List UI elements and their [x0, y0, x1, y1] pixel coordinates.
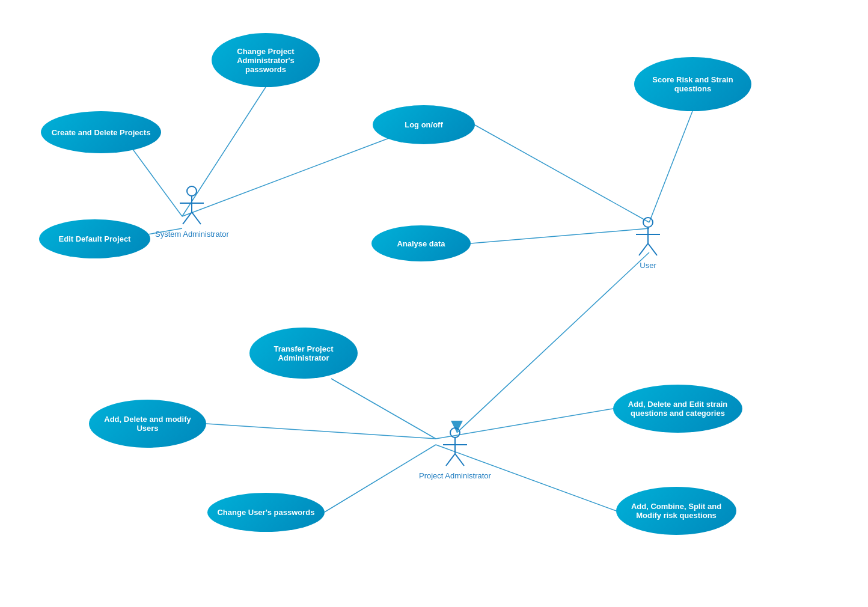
ellipse-change-user-passwords: Change User's passwords [207, 493, 325, 532]
diagram-container: Change Project Administrator's passwords… [0, 0, 868, 607]
ellipse-create-delete-projects: Create and Delete Projects [41, 111, 161, 153]
svg-line-27 [446, 454, 455, 466]
user-icon [633, 216, 663, 258]
actor-project-admin: Project Administrator [419, 427, 491, 480]
project-admin-icon [440, 427, 470, 469]
svg-point-14 [187, 186, 197, 196]
project-admin-label: Project Administrator [419, 471, 491, 480]
ellipse-add-delete-edit-strain: Add, Delete and Edit strain questions an… [613, 385, 742, 433]
svg-line-28 [455, 454, 464, 466]
ellipse-edit-default-project: Edit Default Project [39, 219, 150, 258]
actor-user: User [633, 216, 663, 270]
system-admin-label: System Administrator [155, 230, 229, 239]
ellipse-add-combine-split-modify: Add, Combine, Split and Modify risk ques… [616, 487, 736, 535]
ellipse-log-on-off: Log on/off [373, 105, 475, 144]
svg-line-6 [471, 228, 649, 243]
ellipse-change-passwords: Change Project Administrator's passwords [212, 33, 320, 87]
svg-line-5 [649, 111, 692, 222]
svg-line-18 [192, 212, 201, 224]
ellipse-add-delete-modify-users: Add, Delete and modify Users [89, 400, 206, 448]
ellipse-analyse-data: Analyse data [371, 225, 471, 261]
ellipse-score-risk-strain: Score Risk and Strain questions [634, 57, 751, 111]
svg-line-8 [206, 424, 436, 439]
svg-point-19 [643, 218, 653, 227]
actor-system-admin: System Administrator [155, 185, 229, 239]
svg-line-23 [648, 243, 657, 255]
user-label: User [640, 261, 656, 270]
svg-line-4 [475, 125, 649, 222]
svg-point-24 [450, 428, 460, 438]
ellipse-transfer-project-admin: Transfer Project Administrator [249, 328, 358, 379]
system-admin-icon [177, 185, 207, 227]
svg-line-22 [639, 243, 648, 255]
svg-line-17 [183, 212, 192, 224]
